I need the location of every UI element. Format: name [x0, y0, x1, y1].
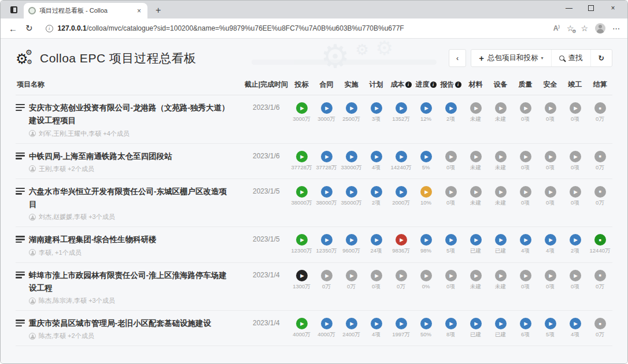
status-cell[interactable]: ▶37728万 [314, 150, 339, 172]
status-cell[interactable]: ▶6项 [513, 317, 538, 339]
read-aloud-icon[interactable]: A) [553, 24, 560, 32]
status-cell[interactable]: ▶14240万 [389, 150, 413, 172]
status-cell[interactable]: ▶2500万 [339, 102, 364, 123]
status-cell[interactable]: ▶4项 [538, 233, 563, 255]
status-cell[interactable]: ▶0项 [438, 185, 463, 207]
status-cell[interactable]: ▶未建 [463, 150, 488, 172]
status-cell[interactable]: ▶0项 [563, 150, 588, 172]
status-cell[interactable]: ▶38000万 [314, 185, 339, 207]
project-name-link[interactable]: 安庆市文苑创业投资有限公司-龙港路（文苑路-独秀大道）建设工程项目 [29, 102, 233, 128]
status-cell[interactable]: ▶50% [413, 317, 438, 337]
status-cell[interactable]: ▶0项 [513, 185, 538, 207]
status-cell[interactable]: ▶0万 [389, 269, 413, 291]
status-cell[interactable]: ▶0项 [513, 150, 538, 172]
status-cell[interactable]: ▶0项 [538, 150, 563, 172]
status-cell[interactable]: ▶8项 [438, 317, 463, 339]
project-name-link[interactable]: 六盘水市华兴恒立开发有限责任公司-东城区棚户区改造项目 [29, 185, 233, 211]
minimize-button[interactable]: — [558, 1, 580, 16]
status-cell[interactable]: ▶33000万 [339, 150, 364, 172]
status-cell[interactable]: ▶12% [413, 102, 438, 122]
status-cell[interactable]: ▶0项 [438, 269, 463, 291]
info-icon[interactable]: i [455, 81, 461, 88]
new-tab-button[interactable]: + [152, 5, 164, 16]
status-cell[interactable]: ▶5项 [438, 233, 463, 255]
status-cell[interactable]: ▶5% [413, 150, 438, 170]
status-cell[interactable]: ▶0万 [314, 269, 339, 291]
back-icon[interactable]: ← [8, 24, 19, 34]
status-cell[interactable]: ▶已建 [488, 317, 513, 339]
refresh-icon[interactable]: ↻ [24, 23, 34, 34]
status-cell[interactable]: ■12440万 [588, 233, 612, 255]
status-cell[interactable]: ▶4000万 [289, 317, 314, 339]
status-cell[interactable]: ■0万 [588, 102, 612, 123]
status-cell[interactable]: ▶未建 [488, 150, 513, 172]
status-cell[interactable]: ▶已建 [463, 317, 488, 339]
status-cell[interactable]: ■0万 [588, 317, 612, 339]
status-cell[interactable]: ▶4项 [364, 317, 389, 339]
project-name-link[interactable]: 蚌埠市淮上市政园林有限责任公司-淮上区淮海路停车场建设工程 [29, 269, 233, 295]
maximize-button[interactable] [580, 1, 602, 16]
status-cell[interactable]: ▶未建 [488, 185, 513, 207]
status-cell[interactable]: ▶已建 [463, 233, 488, 255]
status-cell[interactable]: ▶1997万 [389, 317, 413, 339]
status-cell[interactable]: ▶0项 [538, 102, 563, 123]
status-cell[interactable]: ▶0项 [563, 269, 588, 291]
status-cell[interactable]: ▶未建 [463, 185, 488, 207]
tab-actions-button[interactable] [6, 3, 21, 17]
status-cell[interactable]: ▶0项 [563, 102, 588, 123]
status-cell[interactable]: ▶3000万 [289, 102, 314, 123]
status-cell[interactable]: ▶未建 [488, 102, 513, 123]
status-cell[interactable]: ▶37728万 [289, 150, 314, 172]
status-cell[interactable]: ▶12350万 [314, 233, 339, 255]
status-cell[interactable]: ▶0项 [438, 150, 463, 172]
status-cell[interactable]: ▶0% [413, 269, 438, 289]
status-cell[interactable]: ▶9600万 [339, 233, 364, 255]
status-cell[interactable]: ▶9836万 [389, 233, 413, 255]
collapse-button[interactable]: ‹ [449, 49, 466, 67]
status-cell[interactable]: ▶4项 [513, 233, 538, 255]
status-cell[interactable]: ▶未建 [463, 269, 488, 291]
status-cell[interactable]: ▶38000万 [289, 185, 314, 207]
refresh-list-button[interactable]: ↻ [591, 50, 612, 66]
status-cell[interactable]: ▶5项 [538, 317, 563, 339]
info-icon[interactable]: i [405, 81, 412, 88]
status-cell[interactable]: ▶未建 [463, 102, 488, 123]
search-button[interactable]: 查找 [552, 50, 591, 66]
status-cell[interactable]: ▶0项 [513, 102, 538, 123]
profile-avatar[interactable] [595, 23, 605, 34]
add-project-button[interactable]: +总包项目和投标▾ [471, 50, 551, 66]
status-cell[interactable]: ▶2项 [364, 185, 389, 207]
status-cell[interactable]: ▶4000万 [314, 317, 339, 339]
browser-tab[interactable]: 项目过程总看板 - Colloa × [24, 3, 147, 18]
status-cell[interactable]: ▶未建 [488, 269, 513, 291]
close-button[interactable]: × [602, 1, 624, 16]
status-cell[interactable]: ▶3项 [364, 102, 389, 123]
status-cell[interactable]: ▶24项 [364, 233, 389, 255]
project-name-link[interactable]: 中铁四局-上海至南通铁路太仓至四团段站 [29, 150, 172, 163]
collections-icon[interactable]: ☆ [581, 24, 588, 33]
favorites-settings-icon[interactable]: ☆⚙ [567, 24, 574, 33]
status-cell[interactable]: ▶1300万 [289, 269, 314, 291]
status-cell[interactable]: ▶2项 [563, 233, 588, 255]
status-cell[interactable]: ▶2000万 [389, 185, 413, 207]
status-cell[interactable]: ▶2400万 [339, 317, 364, 339]
status-cell[interactable]: ▶0项 [538, 269, 563, 291]
status-cell[interactable]: ▶0项 [364, 269, 389, 291]
info-icon[interactable]: i [430, 81, 437, 88]
status-cell[interactable]: ▶0万 [339, 269, 364, 291]
status-cell[interactable]: ▶98% [413, 233, 438, 254]
project-name-link[interactable]: 湖南建科工程集团-综合性生物科研楼 [29, 233, 157, 246]
status-cell[interactable]: ▶35000万 [339, 185, 364, 207]
status-cell[interactable]: ▶已建 [488, 233, 513, 255]
status-cell[interactable]: ▶0项 [538, 185, 563, 207]
project-name-link[interactable]: 重庆市荣昌区城市管理局-老旧小区配套基础设施建设 [29, 317, 211, 330]
status-cell[interactable]: ▶0项 [513, 269, 538, 291]
status-cell[interactable]: ▶4项 [563, 317, 588, 339]
status-cell[interactable]: ▶4项 [364, 150, 389, 172]
status-cell[interactable]: ▶3000万 [314, 102, 339, 123]
status-cell[interactable]: ▶12300万 [289, 233, 314, 255]
status-cell[interactable]: ▶0项 [563, 185, 588, 207]
address-input[interactable]: i 127.0.0.1/colloa/mvc/catalogue?sid=100… [40, 21, 548, 36]
more-menu-icon[interactable]: ⋯ [612, 24, 620, 33]
status-cell[interactable]: ■0万 [588, 185, 612, 207]
